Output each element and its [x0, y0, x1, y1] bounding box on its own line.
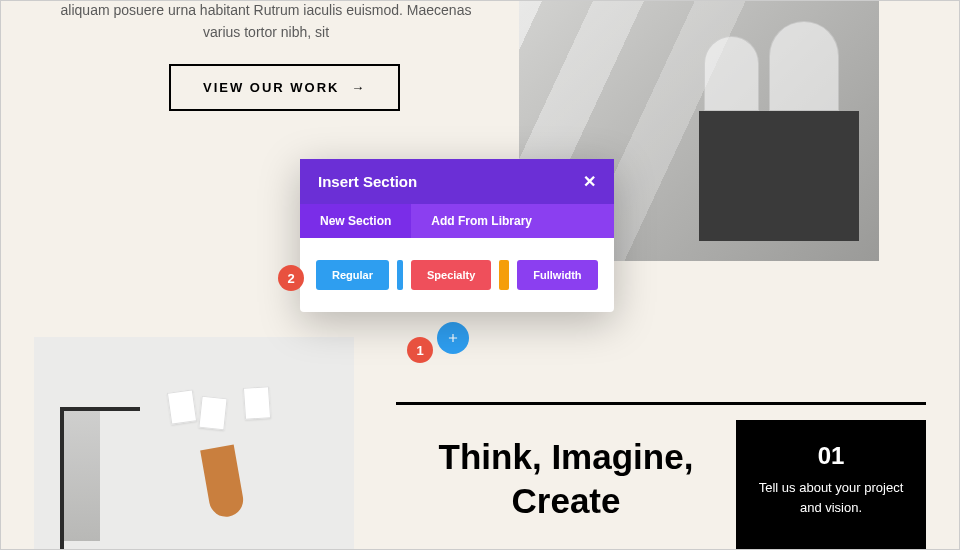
modal-title: Insert Section — [318, 173, 417, 190]
regular-section-button[interactable]: Regular — [316, 260, 389, 290]
plus-icon — [446, 331, 460, 345]
tab-new-section[interactable]: New Section — [300, 204, 411, 238]
annotation-1: 1 — [407, 337, 433, 363]
modal-tabs: New Section Add From Library — [300, 204, 614, 238]
modal-header: Insert Section ✕ — [300, 159, 614, 204]
button-label: VIEW OUR WORK — [203, 80, 340, 95]
step-number: 01 — [756, 442, 906, 470]
arrow-right-icon: → — [351, 80, 366, 95]
gallery-image — [34, 337, 354, 550]
tab-add-from-library[interactable]: Add From Library — [411, 204, 552, 238]
section-divider — [396, 402, 926, 405]
specialty-section-button[interactable]: Specialty — [411, 260, 491, 290]
section-headline: Think, Imagine, Create — [396, 435, 736, 523]
modal-body: Regular Specialty Fullwidth — [300, 238, 614, 312]
close-icon[interactable]: ✕ — [583, 174, 596, 190]
add-section-button[interactable] — [437, 322, 469, 354]
fullwidth-section-button[interactable]: Fullwidth — [517, 260, 597, 290]
insert-section-modal: Insert Section ✕ New Section Add From Li… — [300, 159, 614, 312]
specialty-chip-icon — [499, 260, 509, 290]
annotation-2: 2 — [278, 265, 304, 291]
view-our-work-button[interactable]: VIEW OUR WORK → — [169, 64, 400, 111]
step-description: Tell us about your project and vision. — [756, 478, 906, 517]
hero-paragraph: aliquam posuere urna habitant Rutrum iac… — [41, 0, 491, 44]
step-card-01: 01 Tell us about your project and vision… — [736, 420, 926, 550]
regular-chip-icon — [397, 260, 403, 290]
